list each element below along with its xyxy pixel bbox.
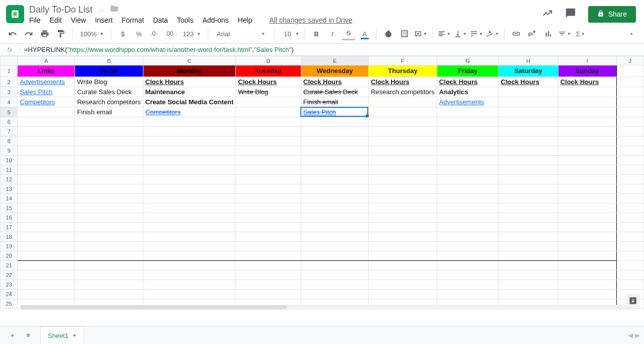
cell-B4[interactable]: Research competitors [75,97,142,107]
menu-edit[interactable]: Edit [50,16,62,24]
cell-D3[interactable]: Write Blog [236,87,300,97]
explore-button[interactable] [626,294,640,308]
bold-button[interactable]: B [310,27,323,40]
font-family-dropdown[interactable]: Arial▼ [213,29,269,39]
row-header-6[interactable]: 6 [1,117,18,127]
row-header-5[interactable]: 5 [1,107,18,117]
row-header-14[interactable]: 14 [1,194,18,203]
col-header-H[interactable]: H [499,56,558,65]
row-header-20[interactable]: 20 [1,251,18,261]
row-header-19[interactable]: 19 [1,242,18,251]
cell-G2[interactable]: Clock Hours [437,77,499,87]
cell-C5[interactable]: Competitors [143,107,236,117]
collapse-toolbar-button[interactable] [625,27,638,40]
text-wrap-button[interactable]: ▼ [470,27,483,40]
sheet-tab[interactable]: Sheet1▼ [40,326,84,345]
text-rotation-button[interactable]: ▼ [486,27,499,40]
col-header-A[interactable]: A [18,56,75,65]
col-header-J[interactable]: J [616,56,643,65]
borders-button[interactable] [398,27,411,40]
menu-data[interactable]: Data [153,16,168,24]
cell-I2[interactable]: Clock Hours [558,77,616,87]
insert-chart-button[interactable] [542,27,555,40]
menu-view[interactable]: View [71,16,86,24]
horizontal-align-button[interactable]: ▼ [438,27,451,40]
select-all-corner[interactable] [1,56,18,65]
spreadsheet-grid[interactable]: ABCDEFGHIJ1LinksTo DoMondayTuesdayWednes… [0,56,644,309]
col-header-F[interactable]: F [369,56,437,65]
sheets-logo[interactable] [6,5,24,23]
cell-F3[interactable]: Research competitors [369,87,436,97]
cell-E2[interactable]: Clock Hours [301,77,368,87]
insert-comment-button[interactable] [526,27,539,40]
row-header-24[interactable]: 24 [1,290,18,299]
cell-A2[interactable]: Advertisements [18,77,74,87]
col-header-C[interactable]: C [143,56,236,65]
menu-addons[interactable]: Add-ons [202,16,228,24]
menu-insert[interactable]: Insert [95,16,113,24]
row-header-7[interactable]: 7 [1,127,18,136]
format-percent-button[interactable]: % [132,27,145,40]
col-header-E[interactable]: E [301,56,368,65]
cell-H2[interactable]: Clock Hours [499,77,557,87]
font-size-input[interactable]: ▼ [279,29,299,39]
row-header-22[interactable]: 22 [1,270,18,280]
star-icon[interactable]: ☆ [98,5,105,15]
redo-button[interactable] [22,27,35,40]
undo-button[interactable] [6,27,19,40]
col-header-D[interactable]: D [236,56,301,65]
cell-E3[interactable]: Curate Sales Deck [301,87,368,97]
cell-B3[interactable]: Curate Sales Deck [75,87,142,97]
doc-title[interactable]: Daily To-Do List [29,5,93,15]
paint-format-button[interactable] [54,27,67,40]
row-header-21[interactable]: 21 [1,261,18,270]
row-header-15[interactable]: 15 [1,203,18,213]
col-header-I[interactable]: I [558,56,616,65]
cell-C2[interactable]: Clock Hours [143,77,236,87]
menu-file[interactable]: File [29,16,41,24]
strikethrough-button[interactable]: S [342,27,355,40]
cell-D2[interactable]: Clock Hours [236,77,300,87]
row-header-4[interactable]: 4 [1,97,18,107]
format-currency-button[interactable]: $ [116,27,129,40]
add-sheet-button[interactable]: ＋ [4,327,20,343]
formula-input[interactable]: =HYPERLINK("https://www.wordhippo.com/wh… [20,46,293,53]
cell-G3[interactable]: Analytics [437,87,499,97]
col-header-G[interactable]: G [437,56,499,65]
functions-button[interactable]: Σ▼ [574,27,587,40]
row-header-25[interactable]: 25 [1,299,18,309]
cell-B5[interactable]: Finish email [75,107,142,117]
share-button[interactable]: Share [588,6,636,23]
row-header-3[interactable]: 3 [1,87,18,97]
cell-B2[interactable]: Write Blog [75,77,142,87]
row-header-17[interactable]: 17 [1,223,18,232]
cell-G4[interactable]: Advertisements [437,97,499,107]
row-header-18[interactable]: 18 [1,232,18,242]
comments-icon[interactable] [565,8,576,21]
row-header-9[interactable]: 9 [1,146,18,156]
row-header-16[interactable]: 16 [1,213,18,223]
move-folder-icon[interactable] [110,4,119,15]
row-header-10[interactable]: 10 [1,156,18,165]
cell-F2[interactable]: Clock Hours [369,77,436,87]
fill-color-button[interactable] [382,27,395,40]
cell-C3[interactable]: Maintenance [143,87,236,97]
zoom-dropdown[interactable]: 100%▼ [78,30,106,38]
decrease-decimal-button[interactable]: .0← [148,27,162,40]
italic-button[interactable]: I [326,27,339,40]
cell-E4[interactable]: Finish email [301,97,368,107]
menu-format[interactable]: Format [122,16,144,24]
horizontal-scrollbar[interactable] [20,305,631,310]
more-formats-dropdown[interactable]: 123▼ [181,30,203,38]
col-header-B[interactable]: B [75,56,143,65]
increase-decimal-button[interactable]: .00→ [165,27,178,40]
tab-nav-left[interactable]: ◀ [628,331,633,339]
cell-C4[interactable]: Create Social Media Content [143,97,236,107]
row-header-23[interactable]: 23 [1,280,18,290]
row-header-1[interactable]: 1 [1,65,18,77]
all-sheets-button[interactable]: ≡ [20,327,36,343]
cell-A4[interactable]: Competitors [18,97,74,107]
cell-E5[interactable]: Sales Pitch [301,107,368,117]
merge-cells-button[interactable]: ▼ [414,27,427,40]
row-header-11[interactable]: 11 [1,165,18,175]
